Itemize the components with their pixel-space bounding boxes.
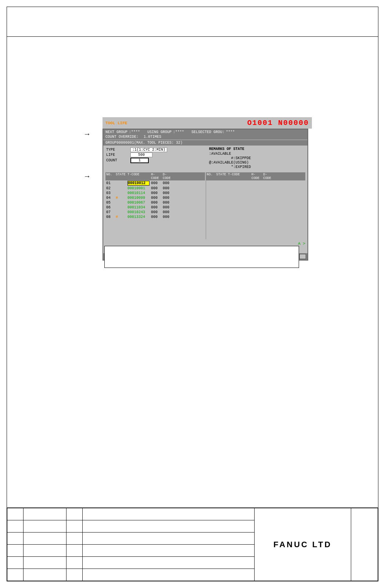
td-hcode-06: 000 [151,205,161,209]
next-group-value: :**** [129,130,140,134]
td-state-08: # [116,215,126,219]
cell [23,544,66,556]
td-tcode-01: 00010012 [127,181,150,186]
screen-title: TOOL LIFE [105,121,127,125]
count-label: COUNT [106,158,128,162]
fanuc-logo-cell: FANUC LTD [254,508,351,581]
params-section: TYPE :1(1:CYC 2:MIN) LIFE 500 COUNT 1 [103,146,307,171]
td-dcode-04: 000 [163,196,173,200]
btn-r6[interactable] [299,254,306,259]
td-no-07: 07 [106,210,114,214]
cell [66,508,82,520]
th-state: STATE [116,173,126,180]
th-tcode-r: T-CODE [228,173,250,180]
cell [66,544,82,556]
selected-group-label: SELSECTED GROU: [191,130,224,134]
cell [82,569,254,581]
td-hcode-02: 000 [151,186,161,190]
table-header-right: NO. STATE T-CODE H-CODE D-CODE [206,172,306,180]
cell [7,544,24,556]
table-row: 02 00010001 000 000 [105,186,205,191]
td-dcode-05: 000 [163,201,173,205]
screen-header: TOOL LIFE O1001 N00000 [102,117,312,129]
cell [82,544,254,556]
cell [7,569,24,581]
screen-body: NEXT GROUP :**** USING GROUP :**** SELSE… [102,129,308,261]
td-tcode-06: 00011034 [127,205,150,209]
cell [7,556,24,569]
cell [23,532,66,544]
remarks-available: :AVAILABLE [209,152,305,156]
td-dcode-03: 000 [163,191,173,195]
cell [82,520,254,532]
th-hcode: H-CODE [151,173,161,180]
td-state-04: # [116,196,126,200]
count-row: COUNT 1 [106,158,202,163]
td-dcode-01: 000 [163,181,173,185]
cell [66,520,82,532]
selected-group-value: **** [226,130,235,134]
td-no-02: 02 [106,186,114,190]
td-hcode-08: 000 [151,215,161,219]
cell [7,520,24,532]
td-tcode-07: 00010243 [127,210,150,214]
count-override-label: COUNT OVERRIDE: [105,135,138,139]
arrow-indicator-2: → [85,172,89,181]
cell [82,556,254,569]
cell [7,508,24,520]
life-label: LIFE [106,153,128,157]
top-divider [7,36,378,37]
th-dcode-r: D-CODE [263,173,274,180]
remarks-at: @:AVAILABLE(USING) [209,161,305,165]
bottom-table: FANUC LTD [7,508,378,581]
page-border: → → TOOL LIFE O1001 N00000 NEXT GROUP :*… [7,7,378,581]
td-hcode-04: 000 [151,196,161,200]
td-hcode-01: 000 [151,181,161,185]
a-prompt: A > [298,241,305,246]
tool-table-left: NO. STATE T-CODE H-CODE D-CODE 01 000100… [105,172,205,239]
using-group-value: :**** [173,130,184,134]
count-value: 1 [130,158,149,163]
td-hcode-05: 000 [151,201,161,205]
table-row: FANUC LTD [7,508,378,520]
td-dcode-02: 000 [163,186,173,190]
cell [82,508,254,520]
life-row: LIFE 500 [106,153,202,157]
params-right: REMARKS OF STATE :AVAILABLE #:SKIPPDE @:… [209,147,305,169]
td-no-01: 01 [106,181,114,185]
td-dcode-07: 000 [163,210,173,214]
table-header-left: NO. STATE T-CODE H-CODE D-CODE [105,172,205,180]
arrow-indicator-1: → [85,130,89,139]
td-dcode-06: 000 [163,205,173,209]
type-row: TYPE :1(1:CYC 2:MIN) [106,147,202,152]
th-dcode: D-CODE [163,173,173,180]
next-group-label: NEXT GROUP [105,130,127,134]
table-row: 06 00011034 000 000 [105,205,205,210]
table-row: 03 00010114 000 000 [105,191,205,196]
td-no-08: 08 [106,215,114,219]
table-row: 05 00010067 000 000 [105,200,205,205]
life-value: 500 [130,153,152,157]
type-label: TYPE [106,148,128,152]
program-id: O1001 N00000 [247,119,309,127]
td-hcode-07: 000 [151,210,161,214]
td-tcode-02: 00010001 [127,186,150,190]
td-no-06: 06 [106,205,114,209]
cell [23,556,66,569]
cell [23,508,66,520]
remarks-hash: #:SKIPPDE [231,156,305,160]
td-tcode-08: 00013324 [127,215,150,219]
cell [66,532,82,544]
cell [82,532,254,544]
td-tcode-05: 00010067 [127,201,150,205]
fanuc-logo: FANUC LTD [256,540,349,549]
tool-life-screen: TOOL LIFE O1001 N00000 NEXT GROUP :**** … [102,117,312,261]
cell [23,569,66,581]
th-no-r: NO. [207,173,215,180]
th-tcode: T-CODE [127,173,150,180]
cell [7,532,24,544]
cell [23,520,66,532]
bottom-table-area: FANUC LTD [7,508,378,581]
remarks-title: REMARKS OF STATE [209,147,305,151]
td-tcode-03: 00010114 [127,191,150,195]
